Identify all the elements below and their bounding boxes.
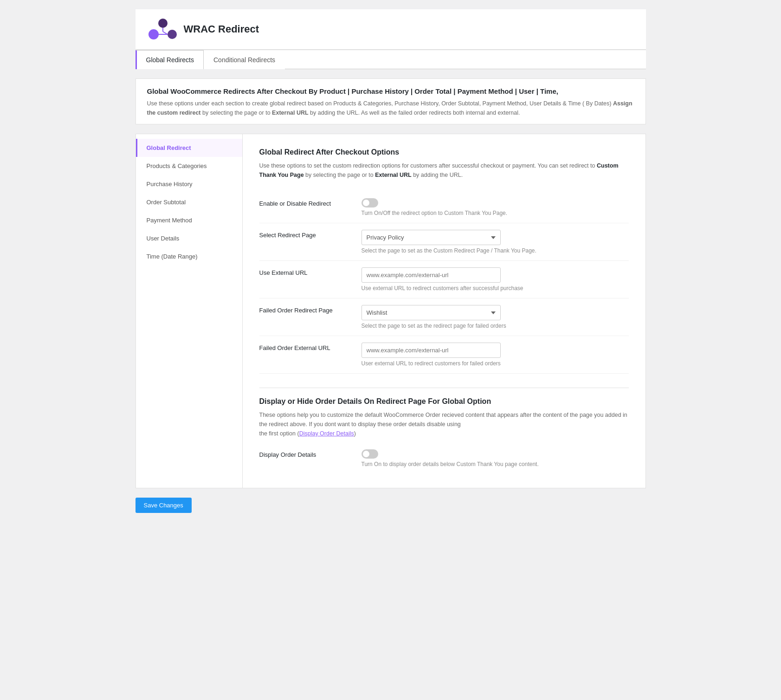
section-desc: Use these options to set the custom redi… — [259, 161, 629, 180]
toggle-enable-disable[interactable] — [361, 198, 378, 207]
label-use-external-url: Use External URL — [259, 267, 361, 276]
sidebar-item-order-subtotal[interactable]: Order Subtotal — [136, 193, 242, 211]
sidebar-item-time-date-range[interactable]: Time (Date Range) — [136, 247, 242, 266]
tab-global-redirects[interactable]: Global Redirects — [136, 50, 204, 69]
form-row-use-external-url: Use External URL Use external URL to red… — [259, 261, 629, 298]
page-title-section: Global WooCommerce Redirects After Check… — [136, 78, 646, 124]
form-row-failed-order-external-url: Failed Order External URL User external … — [259, 336, 629, 374]
form-row-display-order-details: Display Order Details Turn On to display… — [259, 443, 629, 474]
hint-enable-disable: Turn On/Off the redirect option to Custo… — [361, 210, 629, 216]
form-row-select-redirect-page: Select Redirect Page Privacy Policy Home… — [259, 223, 629, 261]
save-btn-area: Save Changes — [136, 498, 646, 513]
hint-failed-order-external-url: User external URL to redirect customers … — [361, 360, 629, 367]
sidebar-item-payment-method[interactable]: Payment Method — [136, 211, 242, 229]
label-failed-order-external-url: Failed Order External URL — [259, 343, 361, 351]
svg-point-0 — [158, 19, 168, 28]
sidebar-item-products-categories[interactable]: Products & Categories — [136, 157, 242, 175]
plugin-header: WRAC Redirect — [136, 9, 646, 50]
label-select-redirect-page: Select Redirect Page — [259, 230, 361, 239]
save-changes-button[interactable]: Save Changes — [136, 498, 192, 513]
form-row-enable-disable: Enable or Disable Redirect Turn On/Off t… — [259, 192, 629, 223]
tabs-bar: Global Redirects Conditional Redirects — [136, 50, 646, 69]
logo-icon — [147, 18, 179, 41]
page-description: Use these options under each section to … — [147, 99, 634, 117]
form-row-failed-order-redirect-page: Failed Order Redirect Page Wishlist Home… — [259, 298, 629, 336]
tab-conditional-redirects[interactable]: Conditional Redirects — [204, 50, 285, 69]
hint-display-order-details: Turn On to display order details below C… — [361, 461, 629, 467]
label-enable-disable: Enable or Disable Redirect — [259, 198, 361, 207]
label-display-order-details: Display Order Details — [259, 449, 361, 458]
sidebar: Global Redirect Products & Categories Pu… — [136, 134, 243, 488]
select-failed-order-redirect-page[interactable]: Wishlist Home Shop Cart My Account — [361, 305, 501, 320]
main-content: Global Redirect Products & Categories Pu… — [136, 134, 646, 488]
hint-failed-order-redirect-page: Select the page to set as the redirect p… — [361, 323, 629, 329]
control-select-redirect-page: Privacy Policy Home Shop Checkout Cart M… — [361, 230, 629, 254]
input-failed-order-external-url[interactable] — [361, 343, 501, 358]
control-failed-order-redirect-page: Wishlist Home Shop Cart My Account Selec… — [361, 305, 629, 329]
sub-section-title: Display or Hide Order Details On Redirec… — [259, 397, 629, 406]
toggle-display-order-details-slider — [361, 449, 378, 459]
page-heading: Global WooCommerce Redirects After Check… — [147, 87, 634, 95]
sub-section-desc: These options help you to customize the … — [259, 410, 629, 438]
label-failed-order-redirect-page: Failed Order Redirect Page — [259, 305, 361, 314]
toggle-display-order-details[interactable] — [361, 449, 378, 459]
plugin-title: WRAC Redirect — [184, 23, 259, 35]
sidebar-item-purchase-history[interactable]: Purchase History — [136, 175, 242, 193]
toggle-slider — [361, 198, 378, 207]
sidebar-item-user-details[interactable]: User Details — [136, 229, 242, 247]
hint-select-redirect-page: Select the page to set as the Custom Red… — [361, 247, 629, 254]
sub-section-display-order: Display or Hide Order Details On Redirec… — [259, 388, 629, 474]
control-enable-disable: Turn On/Off the redirect option to Custo… — [361, 198, 629, 216]
plugin-logo: WRAC Redirect — [147, 18, 259, 41]
svg-point-1 — [148, 29, 159, 40]
content-area: Global Redirect After Checkout Options U… — [243, 134, 645, 488]
select-redirect-page[interactable]: Privacy Policy Home Shop Checkout Cart M… — [361, 230, 501, 245]
control-display-order-details: Turn On to display order details below C… — [361, 449, 629, 467]
input-use-external-url[interactable] — [361, 267, 501, 283]
hint-use-external-url: Use external URL to redirect customers a… — [361, 285, 629, 292]
control-use-external-url: Use external URL to redirect customers a… — [361, 267, 629, 292]
svg-point-2 — [168, 30, 177, 39]
display-order-details-link[interactable]: Display Order Details — [299, 430, 354, 437]
section-title: Global Redirect After Checkout Options — [259, 148, 629, 156]
control-failed-order-external-url: User external URL to redirect customers … — [361, 343, 629, 367]
sidebar-item-global-redirect[interactable]: Global Redirect — [136, 139, 242, 157]
